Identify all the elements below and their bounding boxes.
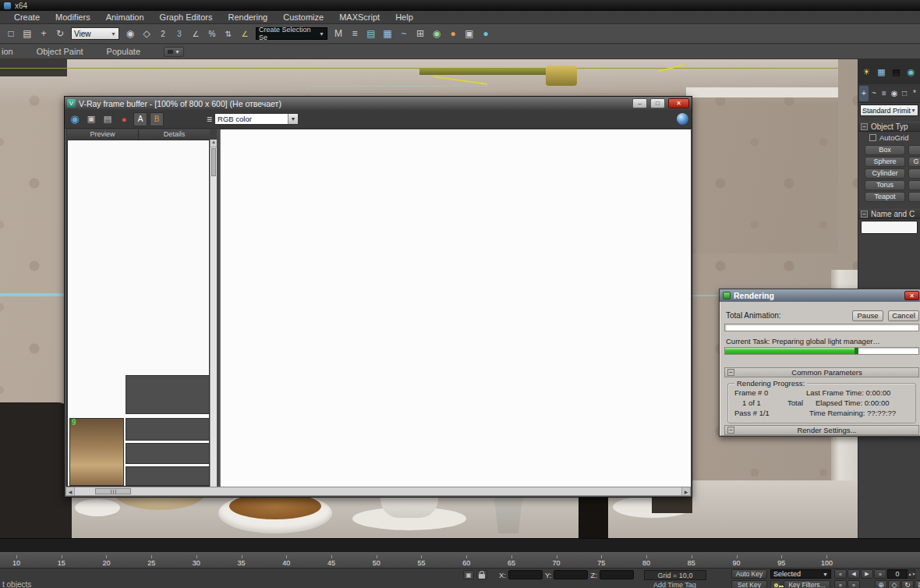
primitive-button[interactable]: Box xyxy=(865,145,905,155)
vfb-titlebar[interactable]: V V-Ray frame buffer - [100% of 800 x 60… xyxy=(65,97,692,110)
scroll-right-icon[interactable]: ▶ xyxy=(681,487,690,495)
rollout-name-and-color[interactable]: − Name and C xyxy=(858,209,920,219)
menu-item[interactable]: Modifiers xyxy=(48,12,98,23)
show-alpha-icon[interactable]: A xyxy=(133,112,147,126)
history-scrollbar[interactable]: ▲ xyxy=(210,140,217,487)
auto-key-button[interactable]: Auto Key xyxy=(731,569,767,579)
minimize-button[interactable]: – xyxy=(632,98,647,108)
isolate-selection-icon[interactable]: ▣ xyxy=(463,570,474,579)
primitive-button[interactable]: Teapot xyxy=(865,192,905,202)
ribbon-tab[interactable]: Object Paint xyxy=(37,47,83,56)
orbit-icon[interactable]: ↻ xyxy=(901,580,914,588)
menu-item[interactable]: Customize xyxy=(275,12,331,23)
primitive-button-partial[interactable] xyxy=(908,192,920,202)
previous-key-icon[interactable]: « xyxy=(834,580,847,588)
zoom-icon[interactable]: ⊕ xyxy=(875,580,887,588)
timeline-ruler[interactable]: 101520253035404550556065707580859095100 xyxy=(0,552,920,568)
selection-lock-icon[interactable] xyxy=(476,570,487,579)
maximize-viewport-icon[interactable]: ⊞ xyxy=(915,580,920,588)
rollout-render-settings[interactable]: − Render Settings... xyxy=(724,425,919,435)
autogrid-checkbox[interactable] xyxy=(869,134,876,141)
vfb-menu-icon[interactable]: ≡ xyxy=(207,114,212,125)
scrollbar-thumb[interactable] xyxy=(95,488,131,494)
graphite-ribbon-icon[interactable]: ▦ xyxy=(380,26,395,41)
clear-image-icon[interactable]: ● xyxy=(117,112,131,126)
vray-sphere-icon[interactable] xyxy=(677,113,688,125)
display-icon[interactable]: ◉ xyxy=(904,66,918,79)
select-object-icon[interactable]: □ xyxy=(3,26,19,41)
vray-frame-buffer-window[interactable]: V V-Ray frame buffer - [100% of 800 x 60… xyxy=(64,96,692,498)
align-icon[interactable]: ≡ xyxy=(347,26,363,41)
material-editor-icon[interactable]: ◉ xyxy=(429,26,444,41)
primitive-button-partial[interactable]: G xyxy=(908,157,920,167)
pan-icon[interactable]: ◇ xyxy=(888,580,901,588)
angle-snap-icon[interactable]: ∠ xyxy=(188,26,203,41)
primitive-button-partial[interactable] xyxy=(908,145,920,155)
ribbon-tab[interactable]: Populate xyxy=(107,47,140,56)
select-manipulate-icon[interactable]: ◇ xyxy=(139,26,154,41)
play-icon[interactable]: ▶ xyxy=(861,569,873,579)
primitive-button[interactable]: Cylinder xyxy=(865,168,905,179)
save-image-icon[interactable]: ▣ xyxy=(84,112,98,126)
x-input[interactable] xyxy=(508,570,543,579)
load-image-icon[interactable]: ▤ xyxy=(101,112,115,126)
history-row[interactable] xyxy=(126,466,210,486)
layer-manager-icon[interactable]: ▤ xyxy=(363,26,379,41)
name-field[interactable] xyxy=(861,221,918,234)
scrollbar-thumb[interactable] xyxy=(211,148,216,176)
menu-item[interactable]: Animation xyxy=(98,12,152,23)
go-to-end-icon[interactable]: » xyxy=(874,569,886,579)
rotate-icon[interactable]: ↻ xyxy=(52,26,68,41)
chart-icon[interactable]: ▦ xyxy=(875,66,888,79)
primitive-button[interactable]: Torus xyxy=(865,180,905,190)
tab-hierarchy[interactable]: ≡ xyxy=(879,86,889,101)
primitive-button[interactable]: Sphere xyxy=(865,157,905,167)
keyboard-shortcut-icon[interactable]: 2 xyxy=(155,26,171,41)
selection-set-dropdown[interactable]: Selected ▼ xyxy=(770,569,831,579)
schematic-view-icon[interactable]: ⊞ xyxy=(412,26,428,41)
tab-create[interactable]: + xyxy=(859,86,869,101)
tab-preview[interactable]: Preview xyxy=(67,129,138,140)
key-mode-icon[interactable] xyxy=(770,580,781,588)
render-setup-icon[interactable]: ● xyxy=(445,26,461,41)
primitive-button-partial[interactable] xyxy=(908,168,920,179)
tab-motion[interactable]: ◉ xyxy=(890,86,899,101)
z-input[interactable] xyxy=(600,570,634,579)
y-input[interactable] xyxy=(554,570,588,579)
key-filters-button[interactable]: Key Filters... xyxy=(784,580,830,588)
mirror-icon[interactable]: M xyxy=(331,26,346,41)
reference-coordinate-dropdown[interactable]: View ▼ xyxy=(71,27,119,40)
history-row[interactable] xyxy=(126,375,210,414)
previous-frame-icon[interactable]: ◀ xyxy=(847,569,860,579)
channel-dropdown[interactable]: RGB color ▼ xyxy=(214,113,299,125)
snap-toggle-icon[interactable]: 3 xyxy=(172,26,187,41)
layers-icon[interactable]: ▤ xyxy=(890,66,903,79)
percent-snap-icon[interactable]: % xyxy=(204,26,220,41)
current-frame-field[interactable]: 0 xyxy=(887,569,908,579)
rendering-dialog[interactable]: Rendering ✕ Total Animation: Pause Cance… xyxy=(719,289,920,437)
scroll-up-icon[interactable]: ▲ xyxy=(211,140,217,147)
menu-item[interactable]: Create xyxy=(6,12,48,23)
track-bar[interactable] xyxy=(0,538,920,552)
tab-utilities[interactable]: * xyxy=(910,86,919,101)
menu-item[interactable]: Rendering xyxy=(220,12,275,23)
ribbon-minimize-dropdown[interactable]: ▼ xyxy=(164,47,184,57)
scroll-left-icon[interactable]: ◀ xyxy=(66,487,75,495)
menu-item[interactable]: Help xyxy=(387,12,421,23)
move-icon[interactable]: + xyxy=(36,26,51,41)
history-row[interactable] xyxy=(126,418,210,441)
rollout-object-type[interactable]: − Object Typ xyxy=(858,122,920,132)
dialog-close-button[interactable]: ✕ xyxy=(904,291,919,300)
tab-modify[interactable]: ~ xyxy=(869,86,879,101)
primitive-button-partial[interactable] xyxy=(908,180,920,190)
rendering-dialog-titlebar[interactable]: Rendering ✕ xyxy=(720,289,920,302)
menu-item[interactable]: Graph Editors xyxy=(152,12,221,23)
frame-spinner[interactable]: ▲▼ xyxy=(908,569,915,579)
named-selection-set-combo[interactable]: Create Selection Se ▼ xyxy=(256,27,327,40)
show-channel-icon[interactable]: B xyxy=(150,112,164,126)
use-center-icon[interactable]: ◉ xyxy=(122,26,138,41)
tab-display[interactable]: □ xyxy=(900,86,909,101)
history-list[interactable]: 9 xyxy=(67,140,210,487)
pause-button[interactable]: Pause xyxy=(852,310,883,321)
rollout-common-parameters[interactable]: − Common Parameters xyxy=(724,367,919,377)
